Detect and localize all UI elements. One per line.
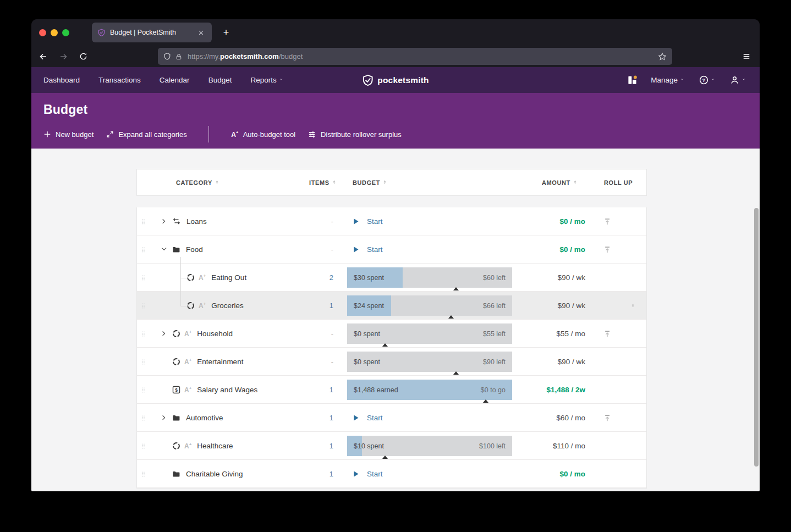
accounts-panel-icon[interactable] bbox=[627, 75, 638, 85]
budget-pace-marker-icon bbox=[448, 315, 454, 319]
expand-all-categories-button[interactable]: Expand all categories bbox=[106, 130, 186, 139]
address-bar[interactable]: https://my.pocketsmith.com/budget bbox=[158, 48, 672, 65]
expand-chevron-icon[interactable] bbox=[160, 331, 168, 337]
help-menu[interactable]: ? bbox=[699, 75, 717, 85]
help-icon: ? bbox=[699, 75, 708, 85]
recurring-icon bbox=[172, 330, 180, 338]
user-menu[interactable] bbox=[730, 75, 748, 85]
drag-handle-icon[interactable] bbox=[140, 217, 148, 227]
budget-left-label: $66 left bbox=[483, 295, 506, 316]
start-budget-control[interactable]: Start bbox=[347, 460, 512, 488]
table-row-charitable-giving[interactable]: Charitable Giving1Start$0 / mo bbox=[137, 460, 646, 488]
svg-text:$: $ bbox=[175, 387, 178, 393]
budget-progress-bar[interactable]: $0 spent$90 left bbox=[347, 352, 512, 372]
budget-content: CATEGORY ITEMS BUDGET AMOUNT ROLL UP Loa… bbox=[31, 149, 760, 491]
table-row-loans[interactable]: Loans-Start$0 / mo bbox=[137, 207, 646, 235]
table-row-automotive[interactable]: Automotive1Start$60 / mo bbox=[137, 404, 646, 432]
budget-progress-bar[interactable]: $10 spent$100 left bbox=[347, 436, 512, 456]
refresh-button[interactable] bbox=[75, 49, 91, 64]
category-name: Food bbox=[186, 245, 203, 254]
budget-cell: $1,488 earned$0 to go bbox=[347, 376, 512, 404]
table-row-groceries[interactable]: A+Groceries1$24 spent$66 left$90 / wk bbox=[137, 292, 646, 320]
close-window-button[interactable] bbox=[39, 29, 46, 36]
start-budget-control[interactable]: Start bbox=[347, 235, 512, 264]
drag-handle-icon[interactable] bbox=[140, 441, 148, 451]
nav-item-calendar[interactable]: Calendar bbox=[160, 76, 190, 84]
drag-handle-icon[interactable] bbox=[140, 357, 148, 367]
table-row-salary-and-wages[interactable]: $A+Salary and Wages1$1,488 earned$0 to g… bbox=[137, 376, 646, 404]
logo-shield-icon bbox=[362, 74, 373, 86]
table-row-eating-out[interactable]: A+Eating Out2$30 spent$60 left$90 / wk bbox=[137, 264, 646, 292]
rollup-pin-icon[interactable] bbox=[599, 207, 617, 235]
start-budget-control[interactable]: Start bbox=[347, 404, 512, 432]
column-header-category[interactable]: CATEGORY bbox=[176, 169, 221, 195]
auto-budget-tool-button[interactable]: A+Auto-budget tool bbox=[230, 130, 295, 139]
pocketsmith-favicon-icon bbox=[97, 29, 106, 37]
budget-cell: $0 spent$90 left bbox=[347, 348, 512, 376]
sort-icon[interactable] bbox=[216, 179, 221, 186]
drag-handle-icon[interactable] bbox=[140, 273, 148, 283]
maximize-window-button[interactable] bbox=[62, 29, 69, 36]
scrollbar-thumb[interactable] bbox=[754, 208, 759, 467]
budget-progress-bar[interactable]: $30 spent$60 left bbox=[347, 267, 512, 288]
table-row-household[interactable]: A+Household-$0 spent$55 left$55 / mo bbox=[137, 320, 646, 348]
column-header-amount[interactable]: AMOUNT bbox=[542, 169, 579, 195]
tracking-protection-icon[interactable] bbox=[163, 52, 171, 61]
nav-item-budget[interactable]: Budget bbox=[208, 76, 232, 84]
distribute-rollover-button[interactable]: Distribute rollover surplus bbox=[308, 130, 402, 139]
new-tab-button[interactable]: + bbox=[218, 25, 234, 40]
rollup-pin-icon[interactable] bbox=[599, 320, 617, 348]
drag-handle-icon[interactable] bbox=[140, 385, 148, 395]
rollup-pin-icon[interactable] bbox=[599, 404, 617, 432]
pocketsmith-logo[interactable]: pocketsmith bbox=[362, 74, 429, 86]
start-budget-control[interactable]: Start bbox=[347, 207, 512, 235]
forward-button[interactable] bbox=[56, 49, 71, 64]
start-link[interactable]: Start bbox=[367, 414, 383, 422]
sort-icon[interactable] bbox=[574, 179, 579, 186]
auto-budget-badge-icon: A+ bbox=[184, 386, 191, 394]
budget-progress-bar[interactable]: $1,488 earned$0 to go bbox=[347, 380, 512, 400]
expand-chevron-icon[interactable] bbox=[160, 218, 168, 224]
drag-handle-icon[interactable] bbox=[140, 469, 148, 479]
column-header-budget[interactable]: BUDGET bbox=[353, 169, 388, 195]
budget-progress-bar[interactable]: $0 spent$55 left bbox=[347, 323, 512, 344]
column-header-items[interactable]: ITEMS bbox=[309, 169, 338, 195]
browser-tab[interactable]: Budget | PocketSmith bbox=[92, 23, 212, 42]
budget-progress-bar[interactable]: $24 spent$66 left bbox=[347, 295, 512, 316]
items-count: 1 bbox=[302, 460, 333, 488]
start-link[interactable]: Start bbox=[367, 470, 383, 478]
expand-chevron-icon[interactable] bbox=[160, 415, 168, 421]
bookmark-star-icon[interactable] bbox=[658, 52, 667, 61]
row-menu-kebab-icon[interactable] bbox=[628, 292, 639, 320]
drag-handle-icon[interactable] bbox=[140, 329, 148, 339]
play-icon bbox=[353, 414, 360, 422]
drag-handle-icon[interactable] bbox=[140, 245, 148, 255]
back-button[interactable] bbox=[36, 49, 51, 64]
sort-icon[interactable] bbox=[333, 179, 338, 186]
table-row-healthcare[interactable]: A+Healthcare1$10 spent$100 left$110 / mo bbox=[137, 432, 646, 460]
table-row-food[interactable]: Food-Start$0 / mo bbox=[137, 235, 646, 264]
row-left-group: A+Groceries bbox=[137, 292, 244, 320]
lock-icon[interactable] bbox=[175, 53, 182, 61]
page-scrollbar[interactable] bbox=[754, 149, 759, 491]
minimize-window-button[interactable] bbox=[51, 29, 58, 36]
rollup-pin-icon[interactable] bbox=[599, 235, 617, 264]
close-tab-icon[interactable] bbox=[195, 27, 206, 38]
new-budget-button[interactable]: New budget bbox=[43, 130, 94, 139]
drag-handle-icon[interactable] bbox=[140, 413, 148, 423]
manage-menu[interactable]: Manage bbox=[651, 76, 686, 84]
tree-connector-stub bbox=[180, 306, 188, 306]
sort-icon[interactable] bbox=[383, 179, 388, 186]
start-link[interactable]: Start bbox=[367, 217, 383, 226]
nav-item-dashboard[interactable]: Dashboard bbox=[43, 76, 80, 84]
nav-item-reports[interactable]: Reports bbox=[250, 76, 284, 84]
start-link[interactable]: Start bbox=[367, 245, 383, 254]
amount-value: $55 / mo bbox=[503, 320, 585, 348]
nav-item-transactions[interactable]: Transactions bbox=[98, 76, 141, 84]
drag-handle-icon[interactable] bbox=[140, 301, 148, 311]
recurring-icon bbox=[172, 442, 180, 450]
budget-pace-marker-icon bbox=[382, 343, 388, 347]
table-row-entertainment[interactable]: A+Entertainment-$0 spent$90 left$90 / wk bbox=[137, 348, 646, 376]
collapse-chevron-icon[interactable] bbox=[160, 246, 168, 253]
browser-menu-button[interactable] bbox=[740, 50, 753, 63]
